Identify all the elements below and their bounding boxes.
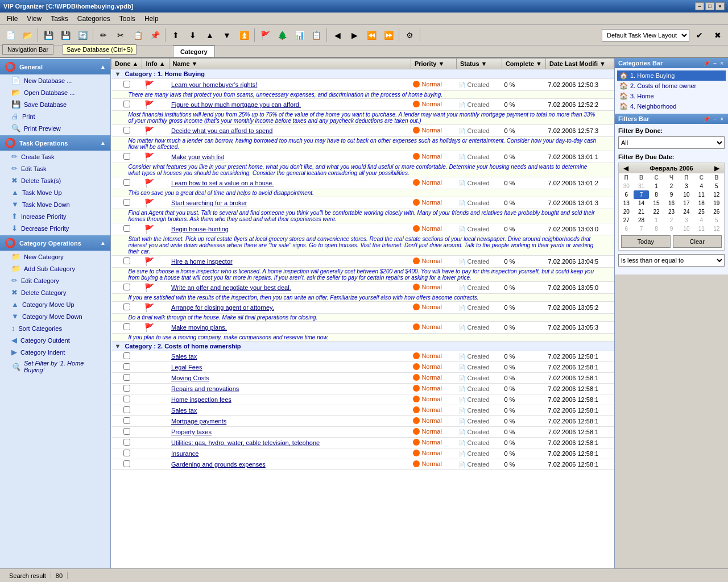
task-row[interactable]: Legal Fees Normal 📄 Created 0 % 7.02.200…: [111, 362, 614, 373]
task-done-checkbox[interactable]: [123, 323, 130, 330]
task-row[interactable]: 🚩 Learn how to set a value on a house. N…: [111, 177, 614, 189]
cal-cell[interactable]: 25: [694, 207, 709, 216]
sidebar-section-cat-ops[interactable]: ⭕ Category Operations ▲: [0, 235, 110, 251]
task-row[interactable]: Utilities: gas, hydro, water, cable tele…: [111, 438, 614, 448]
tb-tree[interactable]: 🌲: [274, 27, 290, 43]
menu-tasks[interactable]: Tasks: [46, 14, 73, 24]
cal-cell[interactable]: 2: [664, 216, 679, 225]
cat-item-4[interactable]: 🏠 4. Neighborhood: [617, 101, 726, 111]
cal-cell[interactable]: 24: [679, 207, 694, 216]
cal-cell[interactable]: 4: [694, 182, 709, 190]
cal-cell[interactable]: 12: [709, 190, 724, 199]
filter-bar-minimize[interactable]: −: [712, 116, 718, 122]
task-row[interactable]: Repairs and renovations Normal 📄 Created…: [111, 384, 614, 394]
tb-edit[interactable]: ✏: [96, 27, 111, 43]
cal-cell[interactable]: 16: [664, 199, 679, 207]
sidebar-item-add-sub-category[interactable]: 📁 Add Sub Category: [0, 263, 110, 275]
sidebar-section-general[interactable]: ⭕ General ▲: [0, 59, 110, 74]
cal-cell[interactable]: 10: [679, 190, 694, 199]
cal-cell[interactable]: 6: [619, 190, 634, 199]
filter-done-select[interactable]: All Done Not Done: [618, 136, 725, 149]
cal-cell[interactable]: 3: [679, 216, 694, 225]
task-row[interactable]: Property taxes Normal 📄 Created 0 % 7.02…: [111, 427, 614, 438]
task-name-link[interactable]: Gardening and grounds expenses: [171, 461, 266, 468]
sidebar-item-edit-task[interactable]: ✏ Edit Task: [0, 163, 110, 174]
cat-item-2[interactable]: 🏠 2. Costs of home owner: [617, 81, 726, 91]
task-name-link[interactable]: Decide what you can afford to spend: [171, 127, 272, 134]
cal-cell[interactable]: 6: [619, 225, 634, 233]
cal-cell[interactable]: 1: [649, 182, 664, 190]
sidebar-item-sort-categories[interactable]: ↕ Sort Categories: [0, 322, 110, 334]
task-row[interactable]: Mortgage payments Normal 📄 Created 0 % 7…: [111, 416, 614, 427]
task-name-link[interactable]: Home inspection fees: [171, 396, 231, 403]
cal-cell[interactable]: 4: [694, 216, 709, 225]
tb-layout-close[interactable]: ✖: [710, 27, 726, 43]
task-ops-toggle[interactable]: ▲: [100, 140, 106, 146]
cal-cell[interactable]: 2: [664, 182, 679, 190]
sidebar-item-print-preview[interactable]: 🔍 Print Preview: [0, 122, 110, 134]
cal-cell[interactable]: 22: [649, 207, 664, 216]
task-row[interactable]: Sales tax Normal 📄 Created 0 % 7.02.2006…: [111, 405, 614, 416]
tb-open-arrow[interactable]: 📂: [19, 27, 35, 43]
sidebar-item-category-move-up[interactable]: ▲ Category Move Up: [0, 298, 110, 310]
task-done-checkbox[interactable]: [123, 127, 130, 134]
task-name-link[interactable]: Property taxes: [171, 429, 212, 435]
cal-cell[interactable]: 14: [634, 199, 648, 207]
cal-cell[interactable]: 3: [679, 182, 694, 190]
tb-sync[interactable]: 🔄: [75, 27, 90, 43]
general-toggle[interactable]: ▲: [100, 64, 106, 70]
cal-cell[interactable]: 7: [634, 225, 648, 233]
cal-cell[interactable]: 27: [619, 216, 634, 225]
cal-cell[interactable]: 21: [634, 207, 648, 216]
cal-cell[interactable]: 11: [694, 225, 709, 233]
col-name[interactable]: Name ▼: [169, 59, 411, 69]
tb-up[interactable]: ⬆: [168, 27, 184, 43]
task-row[interactable]: 🚩 Begin house-hunting Normal 📄 Created 0…: [111, 223, 614, 235]
task-name-link[interactable]: Write an offer and negotiate your best d…: [171, 284, 291, 291]
cal-cell[interactable]: 5: [709, 216, 724, 225]
task-done-checkbox[interactable]: [123, 225, 130, 232]
task-row[interactable]: 🚩 Start searching for a broker Normal 📄 …: [111, 197, 614, 209]
task-row[interactable]: 🚩 Make moving plans. Normal 📄 Created 0 …: [111, 322, 614, 334]
col-info[interactable]: Info ▲: [142, 59, 169, 69]
cal-cell[interactable]: 26: [709, 207, 724, 216]
task-table-container[interactable]: Done ▲ Info ▲ Name ▼ Priority ▼ Status ▼…: [111, 58, 614, 568]
sidebar-item-delete-category[interactable]: ✖ Delete Category: [0, 286, 110, 298]
tb-up2[interactable]: ▲: [202, 27, 218, 43]
tb-cut[interactable]: ✂: [113, 27, 129, 43]
tb-layout-apply[interactable]: ✔: [692, 27, 708, 43]
cal-cell[interactable]: 9: [664, 190, 679, 199]
task-done-checkbox[interactable]: [123, 101, 130, 107]
restore-button[interactable]: □: [705, 2, 714, 10]
tb-down2[interactable]: ▼: [219, 27, 235, 43]
task-done-checkbox[interactable]: [123, 417, 130, 424]
task-done-checkbox[interactable]: [123, 374, 130, 381]
task-name-link[interactable]: Learn how to set a value on a house.: [171, 180, 274, 186]
date-filter-select[interactable]: is less than or equal to: [618, 254, 725, 267]
cat-bar-minimize[interactable]: −: [712, 60, 718, 66]
category-row-1[interactable]: ▼ Category : 2. Costs of home ownership: [111, 342, 614, 351]
sidebar-item-create-task[interactable]: ✏ Create Task: [0, 151, 110, 163]
cat-item-3[interactable]: 🏠 3. Home: [617, 91, 726, 101]
col-complete[interactable]: Complete ▼: [502, 59, 545, 69]
task-name-link[interactable]: Start searching for a broker: [171, 199, 247, 206]
tb-new[interactable]: 📄: [2, 27, 18, 43]
tb-flag[interactable]: 🚩: [257, 27, 273, 43]
filter-bar-pin[interactable]: 📌: [702, 116, 711, 122]
sidebar-item-save-database[interactable]: 💾 Save Database: [0, 98, 110, 110]
task-row[interactable]: Moving Costs Normal 📄 Created 0 % 7.02.2…: [111, 373, 614, 384]
cal-cell[interactable]: 8: [649, 225, 664, 233]
sidebar-item-open-database[interactable]: 📂 Open Database ...: [0, 86, 110, 98]
sidebar-item-task-move-down[interactable]: ▼ Task Move Down: [0, 198, 110, 210]
cal-cell[interactable]: 17: [679, 199, 694, 207]
cal-cell-today[interactable]: 7: [634, 190, 648, 199]
task-name-link[interactable]: Repairs and renovations: [171, 385, 239, 392]
filter-bar-close[interactable]: ×: [719, 116, 725, 122]
tb-save[interactable]: 💾: [40, 27, 56, 43]
tb-copy[interactable]: 📋: [130, 27, 146, 43]
cal-cell[interactable]: 19: [709, 199, 724, 207]
task-done-checkbox[interactable]: [123, 81, 130, 88]
collapse-icon[interactable]: ▼: [115, 343, 121, 350]
sidebar-item-category-move-down[interactable]: ▼ Category Move Down: [0, 310, 110, 322]
task-done-checkbox[interactable]: [123, 199, 130, 206]
